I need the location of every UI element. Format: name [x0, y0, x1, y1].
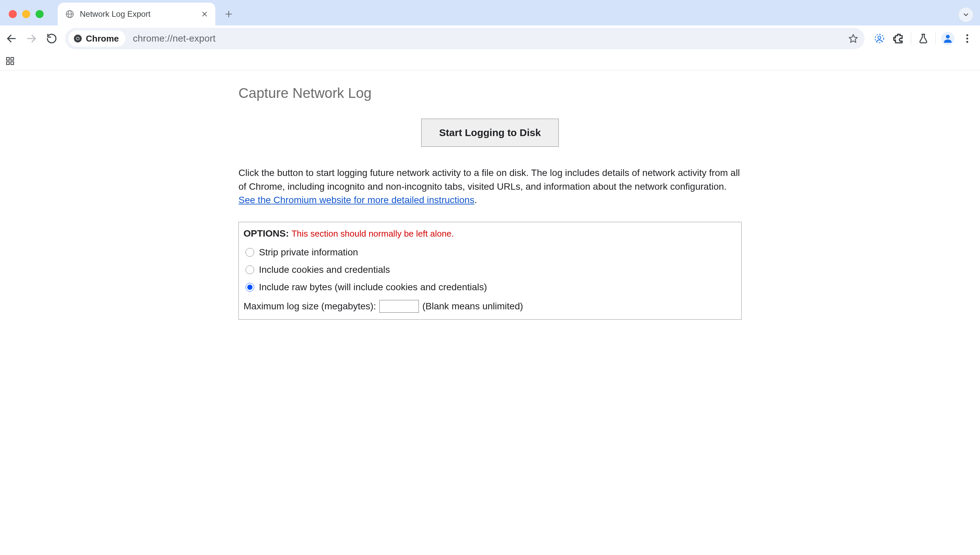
window-zoom-button[interactable] — [35, 10, 43, 18]
max-log-size-input[interactable] — [379, 300, 419, 313]
radio-label: Strip private information — [259, 247, 358, 258]
tab-strip: Network Log Export — [0, 0, 980, 26]
url-text: chrome://net-export — [133, 33, 216, 44]
options-box: OPTIONS: This section should normally be… — [238, 222, 742, 320]
address-bar[interactable]: Chrome chrome://net-export — [65, 28, 865, 49]
avatar-icon — [941, 32, 954, 45]
description-suffix: . — [474, 195, 477, 205]
browser-toolbar: Chrome chrome://net-export — [0, 26, 980, 51]
svg-rect-19 — [7, 57, 10, 60]
site-chip-label: Chrome — [86, 34, 119, 44]
radio-strip-private[interactable]: Strip private information — [243, 244, 737, 261]
profile-extension-icon[interactable] — [870, 29, 889, 48]
site-chip[interactable]: Chrome — [68, 30, 126, 47]
start-logging-button[interactable]: Start Logging to Disk — [421, 119, 558, 147]
radio-include-raw-bytes[interactable]: Include raw bytes (will include cookies … — [243, 279, 737, 296]
radio-input-include-cookies[interactable] — [246, 265, 254, 274]
toolbar-divider — [911, 32, 911, 45]
radio-input-strip-private[interactable] — [246, 248, 254, 257]
chrome-logo-icon — [73, 34, 82, 43]
radio-include-cookies[interactable]: Include cookies and credentials — [243, 261, 737, 279]
tab-title: Network Log Export — [80, 10, 196, 19]
apps-grid-icon[interactable] — [5, 56, 15, 66]
new-tab-button[interactable] — [221, 6, 237, 22]
radio-label: Include cookies and credentials — [259, 265, 390, 275]
max-log-size-row: Maximum log size (megabytes): (Blank mea… — [243, 296, 737, 313]
instructions-link[interactable]: See the Chromium website for more detail… — [238, 195, 474, 205]
browser-menu-button[interactable] — [958, 29, 977, 48]
window-close-button[interactable] — [9, 10, 17, 18]
svg-rect-20 — [11, 57, 13, 60]
labs-button[interactable] — [914, 29, 933, 48]
svg-point-14 — [878, 36, 881, 39]
max-log-size-label: Maximum log size (megabytes): — [243, 301, 376, 312]
window-minimize-button[interactable] — [22, 10, 30, 18]
svg-point-17 — [966, 37, 968, 40]
globe-icon — [64, 9, 75, 19]
back-button[interactable] — [2, 29, 21, 48]
svg-marker-12 — [849, 35, 857, 42]
max-log-size-note: (Blank means unlimited) — [422, 301, 523, 312]
description-prefix: Click the button to start logging future… — [238, 168, 740, 192]
toolbar-divider — [935, 32, 936, 45]
svg-rect-22 — [11, 62, 13, 64]
svg-point-11 — [77, 37, 79, 40]
options-header: OPTIONS: This section should normally be… — [243, 228, 737, 239]
bookmark-star-button[interactable] — [846, 31, 861, 46]
options-label: OPTIONS: — [243, 228, 289, 239]
page-content: Capture Network Log Start Logging to Dis… — [232, 71, 748, 320]
browser-tab[interactable]: Network Log Export — [58, 3, 215, 26]
tab-search-button[interactable] — [959, 7, 973, 22]
forward-button[interactable] — [22, 29, 41, 48]
radio-input-include-raw-bytes[interactable] — [246, 283, 254, 292]
options-warning: This section should normally be left alo… — [291, 229, 454, 239]
close-tab-button[interactable] — [201, 10, 209, 18]
svg-point-15 — [946, 35, 949, 38]
svg-rect-21 — [7, 62, 10, 64]
svg-point-16 — [966, 34, 968, 36]
profile-avatar-button[interactable] — [938, 29, 957, 48]
window-controls — [9, 10, 43, 18]
reload-button[interactable] — [42, 29, 61, 48]
page-title: Capture Network Log — [238, 85, 742, 101]
description-text: Click the button to start logging future… — [238, 166, 742, 207]
extensions-button[interactable] — [890, 29, 908, 48]
radio-label: Include raw bytes (will include cookies … — [259, 282, 487, 293]
bookmarks-bar — [0, 51, 980, 71]
svg-point-18 — [966, 41, 968, 43]
